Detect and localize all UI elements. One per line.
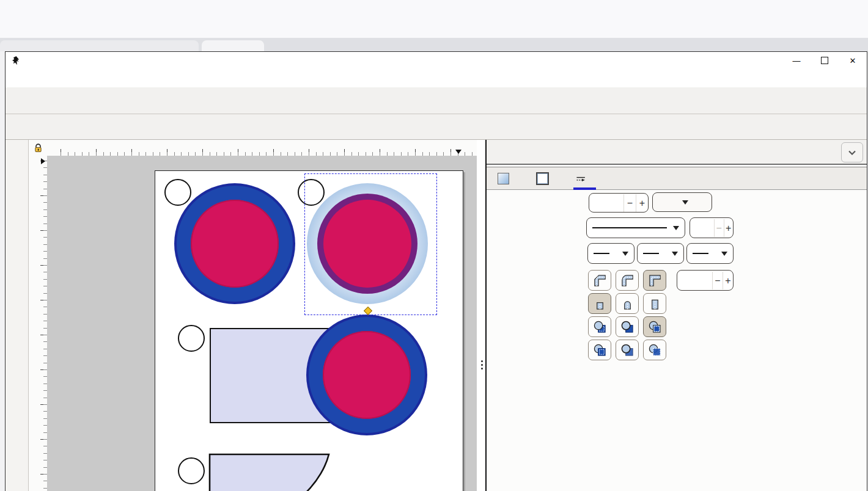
tab-farbe-der-kontur[interactable] bbox=[536, 167, 554, 189]
order-stroke-fill-markers-icon bbox=[620, 343, 634, 357]
dash-pattern-select[interactable] bbox=[586, 217, 685, 238]
tool-controls-bar bbox=[6, 114, 867, 140]
cap-square-icon bbox=[648, 297, 662, 311]
canvas[interactable] bbox=[47, 156, 477, 491]
order-4-button[interactable] bbox=[588, 340, 611, 360]
order-5-button[interactable] bbox=[616, 340, 639, 360]
toolbox bbox=[6, 140, 29, 491]
tab-fuellung[interactable] bbox=[498, 167, 514, 189]
cap-butt-button[interactable] bbox=[588, 293, 611, 314]
inkscape-menubar bbox=[6, 69, 867, 88]
marker-start-caret-icon bbox=[622, 252, 628, 256]
dash-offset-decrement[interactable]: − bbox=[714, 219, 724, 237]
order-3-button[interactable] bbox=[643, 316, 666, 337]
order-fill-stroke-markers-icon bbox=[648, 320, 662, 334]
dash-offset-input[interactable]: − + bbox=[690, 217, 734, 238]
marker-start-select[interactable] bbox=[587, 243, 634, 264]
ruler-cursor-marker-v bbox=[41, 158, 45, 164]
order-stroke-markers-fill-icon bbox=[620, 320, 634, 334]
label-circle-4 bbox=[178, 457, 205, 484]
inkscape-window: — ✕ bbox=[5, 51, 867, 491]
horizontal-ruler[interactable] bbox=[47, 140, 477, 156]
join-miter-icon bbox=[648, 274, 662, 288]
titlebar[interactable]: — ✕ bbox=[6, 52, 867, 69]
lock-icon bbox=[33, 143, 43, 153]
dash-caret-icon bbox=[673, 226, 679, 230]
marker-end-caret-icon bbox=[721, 252, 727, 256]
order-markers-stroke-fill-icon bbox=[593, 320, 607, 334]
desktop: — ✕ bbox=[0, 0, 868, 491]
order-1-button[interactable] bbox=[588, 316, 611, 337]
dialog-tabs bbox=[487, 167, 867, 190]
stroke-unit-select[interactable] bbox=[652, 192, 712, 212]
firefox-bookmarks-row bbox=[0, 9, 868, 38]
miter-increment[interactable]: + bbox=[723, 272, 733, 289]
stroke-style-icon bbox=[576, 173, 586, 184]
join-round-button[interactable] bbox=[616, 270, 639, 291]
circle-3-fill bbox=[323, 331, 411, 419]
solid-line-swatch bbox=[592, 227, 667, 228]
circle-1-fill bbox=[191, 200, 279, 288]
minimize-button[interactable]: — bbox=[782, 52, 811, 69]
width-decrement[interactable]: − bbox=[623, 194, 636, 212]
chevron-down-icon bbox=[846, 147, 858, 159]
content-panel-edge bbox=[0, 40, 199, 51]
ruler-corner[interactable] bbox=[29, 140, 48, 156]
fill-stroke-dialog: − + − + bbox=[487, 164, 867, 491]
order-2-button[interactable] bbox=[616, 316, 639, 337]
width-increment[interactable]: + bbox=[636, 194, 648, 212]
tab-muster-der-kontur[interactable] bbox=[576, 167, 591, 189]
firefox-content-edge bbox=[0, 38, 868, 51]
order-markers-fill-stroke-icon bbox=[593, 343, 607, 357]
dash-offset-increment[interactable]: + bbox=[724, 219, 734, 237]
join-bevel-icon bbox=[593, 274, 607, 288]
stroke-color-icon bbox=[536, 172, 549, 185]
cap-square-button[interactable] bbox=[643, 293, 666, 314]
label-circle-1 bbox=[164, 179, 191, 206]
firefox-window bbox=[0, 0, 868, 51]
marker-mid-caret-icon bbox=[672, 252, 678, 256]
fill-icon bbox=[498, 173, 509, 184]
order-6-button[interactable] bbox=[643, 340, 666, 360]
dock-tabbar bbox=[487, 140, 867, 164]
shape-4[interactable] bbox=[208, 453, 332, 491]
join-round-icon bbox=[620, 274, 634, 288]
maximize-button[interactable] bbox=[811, 52, 839, 69]
cap-round-button[interactable] bbox=[616, 293, 639, 314]
label-circle-3 bbox=[178, 325, 205, 352]
dock-panel: − + − + bbox=[487, 140, 867, 491]
close-button[interactable]: ✕ bbox=[839, 52, 867, 69]
dock-menu-button[interactable] bbox=[841, 142, 863, 162]
selection-bbox bbox=[304, 173, 437, 315]
panel-resize-grip[interactable] bbox=[480, 360, 484, 369]
marker-mid-select[interactable] bbox=[637, 243, 684, 264]
join-bevel-button[interactable] bbox=[588, 270, 611, 291]
join-miter-button[interactable] bbox=[643, 270, 666, 291]
marker-end-select[interactable] bbox=[686, 243, 734, 264]
command-toolbar bbox=[6, 87, 867, 114]
content-panel-edge-2 bbox=[202, 40, 264, 51]
vertical-ruler[interactable] bbox=[29, 156, 48, 491]
maximize-icon bbox=[821, 57, 828, 64]
stroke-width-input[interactable]: − + bbox=[589, 193, 649, 213]
miter-limit-input[interactable]: − + bbox=[677, 270, 734, 291]
cap-butt-icon bbox=[593, 297, 607, 311]
miter-decrement[interactable]: − bbox=[712, 272, 723, 289]
ruler-cursor-marker bbox=[455, 150, 462, 154]
unit-caret-icon bbox=[682, 200, 688, 205]
order-fill-markers-stroke-icon bbox=[648, 343, 662, 357]
cap-round-icon bbox=[620, 297, 634, 311]
inkscape-logo-icon bbox=[11, 56, 21, 66]
